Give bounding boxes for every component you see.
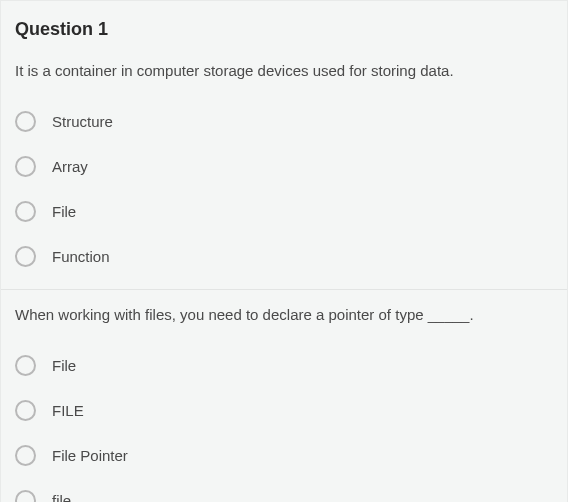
- radio-input[interactable]: [15, 201, 36, 222]
- option-label: file: [52, 492, 71, 502]
- option-label: FILE: [52, 402, 84, 419]
- question-title: Question 1: [1, 1, 567, 60]
- radio-input[interactable]: [15, 156, 36, 177]
- radio-input[interactable]: [15, 246, 36, 267]
- option-row: Array: [15, 144, 553, 189]
- option-row: File: [15, 189, 553, 234]
- option-row: Function: [15, 234, 553, 279]
- radio-input[interactable]: [15, 355, 36, 376]
- radio-input[interactable]: [15, 490, 36, 502]
- options-group-2: File FILE File Pointer file: [1, 343, 567, 502]
- radio-input[interactable]: [15, 445, 36, 466]
- option-row: FILE: [15, 388, 553, 433]
- option-label: Structure: [52, 113, 113, 130]
- question-card: Question 1 It is a container in computer…: [0, 0, 568, 502]
- radio-input[interactable]: [15, 400, 36, 421]
- question-prompt-2: When working with files, you need to dec…: [1, 289, 567, 343]
- options-group-1: Structure Array File Function: [1, 99, 567, 289]
- option-row: File: [15, 343, 553, 388]
- option-label: File: [52, 203, 76, 220]
- radio-input[interactable]: [15, 111, 36, 132]
- option-label: File: [52, 357, 76, 374]
- option-row: Structure: [15, 99, 553, 144]
- option-row: File Pointer: [15, 433, 553, 478]
- question-prompt-1: It is a container in computer storage de…: [1, 60, 567, 99]
- option-label: Function: [52, 248, 110, 265]
- option-label: Array: [52, 158, 88, 175]
- option-row: file: [15, 478, 553, 502]
- option-label: File Pointer: [52, 447, 128, 464]
